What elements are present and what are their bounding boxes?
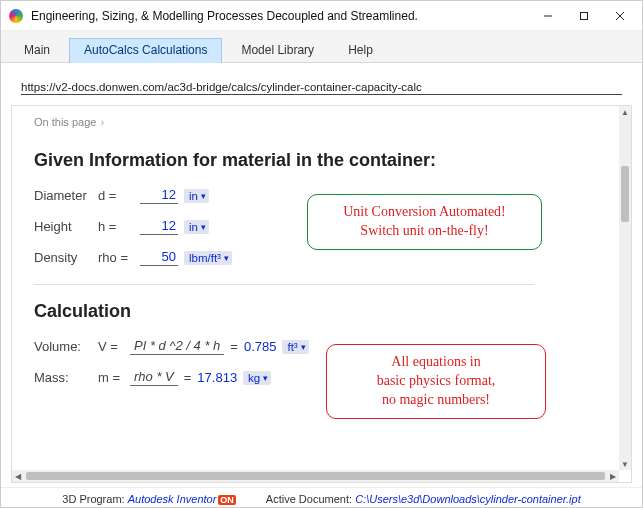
mass-label: Mass:: [34, 370, 92, 385]
scroll-left-button[interactable]: ◀: [12, 470, 24, 482]
density-unit-select[interactable]: lbm/ft³ ▾: [184, 251, 232, 265]
density-value[interactable]: 50: [140, 249, 178, 266]
height-label: Height: [34, 219, 92, 234]
vertical-scroll-thumb[interactable]: [621, 166, 629, 222]
callout-line: All equations in: [339, 353, 533, 372]
status-active-document: Active Document: C:\Users\e3d\Downloads\…: [266, 493, 581, 505]
chevron-right-icon: ›: [100, 116, 104, 128]
on-this-page-label: On this page: [34, 116, 96, 128]
chevron-down-icon: ▾: [301, 342, 306, 352]
tab-strip: Main AutoCalcs Calculations Model Librar…: [1, 31, 642, 63]
svg-rect-1: [581, 12, 588, 19]
section-divider: [34, 284, 534, 285]
status-prog-label: 3D Program:: [62, 493, 124, 505]
url-row: https://v2-docs.donwen.com/ac3d-bridge/c…: [11, 73, 632, 97]
diameter-unit: in: [189, 190, 198, 202]
diameter-unit-select[interactable]: in ▾: [184, 189, 209, 203]
calculation-heading: Calculation: [34, 301, 619, 322]
maximize-button[interactable]: [566, 2, 602, 30]
mass-result: 17.813: [197, 370, 237, 385]
mass-symbol: m =: [98, 370, 124, 385]
height-unit: in: [189, 221, 198, 233]
tab-main[interactable]: Main: [9, 38, 65, 63]
tab-autocalcs[interactable]: AutoCalcs Calculations: [69, 38, 222, 63]
title-bar: Engineering, Sizing, & Modelling Process…: [1, 1, 642, 31]
callout-equations: All equations in basic physics format, n…: [326, 344, 546, 419]
volume-unit-select[interactable]: ft³ ▾: [282, 340, 308, 354]
window-controls: [530, 2, 638, 30]
chevron-down-icon: ▾: [224, 253, 229, 263]
density-symbol: rho =: [98, 250, 134, 265]
app-icon: [9, 9, 23, 23]
tab-help[interactable]: Help: [333, 38, 388, 63]
vertical-scrollbar[interactable]: ▲ ▼: [619, 106, 631, 470]
status-bar: 3D Program: Autodesk InventorON Active D…: [1, 487, 642, 508]
callout-line: Switch unit on-the-fly!: [320, 222, 529, 241]
diameter-label: Diameter: [34, 188, 92, 203]
mass-unit: kg: [248, 372, 260, 384]
tab-panel-autocalcs: https://v2-docs.donwen.com/ac3d-bridge/c…: [1, 63, 642, 487]
height-unit-select[interactable]: in ▾: [184, 220, 209, 234]
field-density: Density rho = 50 lbm/ft³ ▾: [34, 249, 619, 266]
volume-result: 0.785: [244, 339, 277, 354]
scroll-down-button[interactable]: ▼: [619, 458, 631, 470]
url-field[interactable]: https://v2-docs.donwen.com/ac3d-bridge/c…: [21, 81, 622, 95]
status-3d-program: 3D Program: Autodesk InventorON: [62, 493, 236, 505]
volume-unit: ft³: [287, 341, 297, 353]
close-button[interactable]: [602, 2, 638, 30]
callout-line: Unit Conversion Automated!: [320, 203, 529, 222]
density-unit: lbm/ft³: [189, 252, 221, 264]
document-content: On this page › Given Information for mat…: [12, 106, 619, 470]
document-viewport: On this page › Given Information for mat…: [11, 105, 632, 483]
status-prog-value: Autodesk Inventor: [128, 493, 217, 505]
status-doc-label: Active Document:: [266, 493, 352, 505]
height-symbol: h =: [98, 219, 134, 234]
volume-formula[interactable]: PI * d ^2 / 4 * h: [130, 338, 224, 355]
density-label: Density: [34, 250, 92, 265]
chevron-down-icon: ▾: [201, 222, 206, 232]
minimize-button[interactable]: [530, 2, 566, 30]
chevron-down-icon: ▾: [263, 373, 268, 383]
given-heading: Given Information for material in the co…: [34, 150, 619, 171]
tab-model-library[interactable]: Model Library: [226, 38, 329, 63]
callout-unit-conversion: Unit Conversion Automated! Switch unit o…: [307, 194, 542, 250]
volume-label: Volume:: [34, 339, 92, 354]
scroll-up-button[interactable]: ▲: [619, 106, 631, 118]
mass-unit-select[interactable]: kg ▾: [243, 371, 271, 385]
window-title: Engineering, Sizing, & Modelling Process…: [31, 9, 530, 23]
chevron-down-icon: ▾: [201, 191, 206, 201]
volume-symbol: V =: [98, 339, 124, 354]
height-value[interactable]: 12: [140, 218, 178, 235]
equals-sign: =: [230, 339, 238, 354]
diameter-symbol: d =: [98, 188, 134, 203]
status-doc-value: C:\Users\e3d\Downloads\cylinder-containe…: [355, 493, 581, 505]
callout-line: basic physics format,: [339, 372, 533, 391]
status-on-badge: ON: [218, 495, 236, 505]
on-this-page-link[interactable]: On this page ›: [34, 116, 619, 128]
mass-formula[interactable]: rho * V: [130, 369, 178, 386]
scroll-right-button[interactable]: ▶: [607, 470, 619, 482]
equals-sign: =: [184, 370, 192, 385]
horizontal-scrollbar[interactable]: ◀ ▶: [12, 470, 619, 482]
diameter-value[interactable]: 12: [140, 187, 178, 204]
callout-line: no magic numbers!: [339, 391, 533, 410]
horizontal-scroll-thumb[interactable]: [26, 472, 605, 480]
